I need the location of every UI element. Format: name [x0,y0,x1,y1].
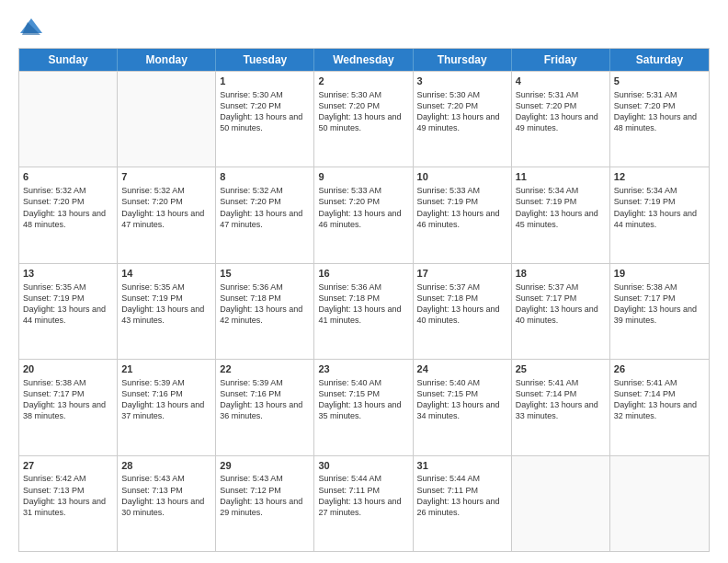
header [18,17,710,39]
cell-info: Sunrise: 5:37 AM Sunset: 7:17 PM Dayligh… [516,282,606,327]
day-number: 7 [121,170,211,184]
cell-info: Sunrise: 5:39 AM Sunset: 7:16 PM Dayligh… [220,377,310,422]
calendar-day-15: 15Sunrise: 5:36 AM Sunset: 7:18 PM Dayli… [216,264,314,359]
calendar-day-7: 7Sunrise: 5:32 AM Sunset: 7:20 PM Daylig… [118,167,216,262]
cell-info: Sunrise: 5:32 AM Sunset: 7:20 PM Dayligh… [23,185,113,230]
cell-info: Sunrise: 5:35 AM Sunset: 7:19 PM Dayligh… [23,282,113,327]
day-number: 28 [121,459,211,473]
cell-info: Sunrise: 5:41 AM Sunset: 7:14 PM Dayligh… [614,377,705,422]
calendar-row-1: 1Sunrise: 5:30 AM Sunset: 7:20 PM Daylig… [19,71,709,167]
calendar-day-5: 5Sunrise: 5:31 AM Sunset: 7:20 PM Daylig… [610,72,709,167]
day-number: 31 [417,459,507,473]
day-number: 21 [121,362,211,376]
calendar-row-5: 27Sunrise: 5:42 AM Sunset: 7:13 PM Dayli… [19,455,709,551]
day-number: 8 [220,170,310,184]
day-number: 20 [23,362,113,376]
calendar-day-26: 26Sunrise: 5:41 AM Sunset: 7:14 PM Dayli… [610,360,709,454]
calendar-day-10: 10Sunrise: 5:33 AM Sunset: 7:19 PM Dayli… [414,167,512,262]
logo [18,17,48,39]
cell-info: Sunrise: 5:34 AM Sunset: 7:19 PM Dayligh… [614,185,705,230]
cell-info: Sunrise: 5:44 AM Sunset: 7:11 PM Dayligh… [318,473,408,518]
day-number: 6 [23,170,113,184]
weekday-header-friday: Friday [512,49,610,71]
calendar-day-19: 19Sunrise: 5:38 AM Sunset: 7:17 PM Dayli… [610,264,709,359]
day-number: 25 [516,362,606,376]
calendar-day-14: 14Sunrise: 5:35 AM Sunset: 7:19 PM Dayli… [118,264,216,359]
weekday-header-wednesday: Wednesday [314,49,413,71]
cell-info: Sunrise: 5:30 AM Sunset: 7:20 PM Dayligh… [220,89,310,134]
weekday-header-monday: Monday [118,49,216,71]
day-number: 26 [614,362,705,376]
day-number: 15 [220,267,310,281]
day-number: 1 [220,75,310,88]
calendar-day-13: 13Sunrise: 5:35 AM Sunset: 7:19 PM Dayli… [19,264,118,359]
calendar-row-2: 6Sunrise: 5:32 AM Sunset: 7:20 PM Daylig… [19,167,709,262]
cell-info: Sunrise: 5:32 AM Sunset: 7:20 PM Dayligh… [220,185,310,230]
calendar-day-12: 12Sunrise: 5:34 AM Sunset: 7:19 PM Dayli… [610,167,709,262]
day-number: 12 [614,170,705,184]
calendar-day-30: 30Sunrise: 5:44 AM Sunset: 7:11 PM Dayli… [314,456,413,551]
calendar-day-2: 2Sunrise: 5:30 AM Sunset: 7:20 PM Daylig… [314,72,413,167]
day-number: 14 [121,267,211,281]
day-number: 23 [318,362,408,376]
empty-cell [610,456,709,551]
cell-info: Sunrise: 5:32 AM Sunset: 7:20 PM Dayligh… [121,185,211,230]
day-number: 13 [23,267,113,281]
calendar-day-8: 8Sunrise: 5:32 AM Sunset: 7:20 PM Daylig… [216,167,314,262]
cell-info: Sunrise: 5:44 AM Sunset: 7:11 PM Dayligh… [417,473,507,518]
weekday-header-sunday: Sunday [19,49,118,71]
calendar-day-17: 17Sunrise: 5:37 AM Sunset: 7:18 PM Dayli… [414,264,512,359]
cell-info: Sunrise: 5:31 AM Sunset: 7:20 PM Dayligh… [516,89,606,134]
cell-info: Sunrise: 5:40 AM Sunset: 7:15 PM Dayligh… [417,377,507,422]
weekday-header-thursday: Thursday [414,49,512,71]
calendar-day-24: 24Sunrise: 5:40 AM Sunset: 7:15 PM Dayli… [414,360,512,454]
day-number: 22 [220,362,310,376]
cell-info: Sunrise: 5:38 AM Sunset: 7:17 PM Dayligh… [23,377,113,422]
cell-info: Sunrise: 5:31 AM Sunset: 7:20 PM Dayligh… [614,89,705,134]
cell-info: Sunrise: 5:34 AM Sunset: 7:19 PM Dayligh… [516,185,606,230]
calendar-header: SundayMondayTuesdayWednesdayThursdayFrid… [19,49,709,71]
day-number: 16 [318,267,408,281]
calendar-day-29: 29Sunrise: 5:43 AM Sunset: 7:12 PM Dayli… [216,456,314,551]
calendar-day-22: 22Sunrise: 5:39 AM Sunset: 7:16 PM Dayli… [216,360,314,454]
cell-info: Sunrise: 5:42 AM Sunset: 7:13 PM Dayligh… [23,473,113,518]
day-number: 19 [614,267,705,281]
calendar-row-3: 13Sunrise: 5:35 AM Sunset: 7:19 PM Dayli… [19,263,709,359]
cell-info: Sunrise: 5:41 AM Sunset: 7:14 PM Dayligh… [516,377,606,422]
day-number: 27 [23,459,113,473]
calendar-day-3: 3Sunrise: 5:30 AM Sunset: 7:20 PM Daylig… [414,72,512,167]
day-number: 30 [318,459,408,473]
day-number: 4 [516,75,606,88]
day-number: 24 [417,362,507,376]
calendar-day-27: 27Sunrise: 5:42 AM Sunset: 7:13 PM Dayli… [19,456,118,551]
empty-cell [118,72,216,167]
cell-info: Sunrise: 5:43 AM Sunset: 7:12 PM Dayligh… [220,473,310,518]
logo-icon [18,17,44,39]
day-number: 11 [516,170,606,184]
calendar-row-4: 20Sunrise: 5:38 AM Sunset: 7:17 PM Dayli… [19,359,709,454]
cell-info: Sunrise: 5:43 AM Sunset: 7:13 PM Dayligh… [121,473,211,518]
calendar-day-6: 6Sunrise: 5:32 AM Sunset: 7:20 PM Daylig… [19,167,118,262]
cell-info: Sunrise: 5:40 AM Sunset: 7:15 PM Dayligh… [318,377,408,422]
cell-info: Sunrise: 5:30 AM Sunset: 7:20 PM Dayligh… [318,89,408,134]
day-number: 29 [220,459,310,473]
calendar-day-31: 31Sunrise: 5:44 AM Sunset: 7:11 PM Dayli… [414,456,512,551]
cell-info: Sunrise: 5:37 AM Sunset: 7:18 PM Dayligh… [417,282,507,327]
calendar-day-23: 23Sunrise: 5:40 AM Sunset: 7:15 PM Dayli… [314,360,413,454]
calendar-body: 1Sunrise: 5:30 AM Sunset: 7:20 PM Daylig… [19,71,709,551]
calendar-day-16: 16Sunrise: 5:36 AM Sunset: 7:18 PM Dayli… [314,264,413,359]
calendar: SundayMondayTuesdayWednesdayThursdayFrid… [18,48,710,552]
calendar-day-9: 9Sunrise: 5:33 AM Sunset: 7:20 PM Daylig… [314,167,413,262]
day-number: 17 [417,267,507,281]
day-number: 9 [318,170,408,184]
day-number: 10 [417,170,507,184]
day-number: 18 [516,267,606,281]
page: SundayMondayTuesdayWednesdayThursdayFrid… [0,0,728,563]
calendar-day-28: 28Sunrise: 5:43 AM Sunset: 7:13 PM Dayli… [118,456,216,551]
day-number: 5 [614,75,705,88]
empty-cell [19,72,118,167]
day-number: 2 [318,75,408,88]
cell-info: Sunrise: 5:39 AM Sunset: 7:16 PM Dayligh… [121,377,211,422]
cell-info: Sunrise: 5:30 AM Sunset: 7:20 PM Dayligh… [417,89,507,134]
calendar-day-11: 11Sunrise: 5:34 AM Sunset: 7:19 PM Dayli… [512,167,610,262]
